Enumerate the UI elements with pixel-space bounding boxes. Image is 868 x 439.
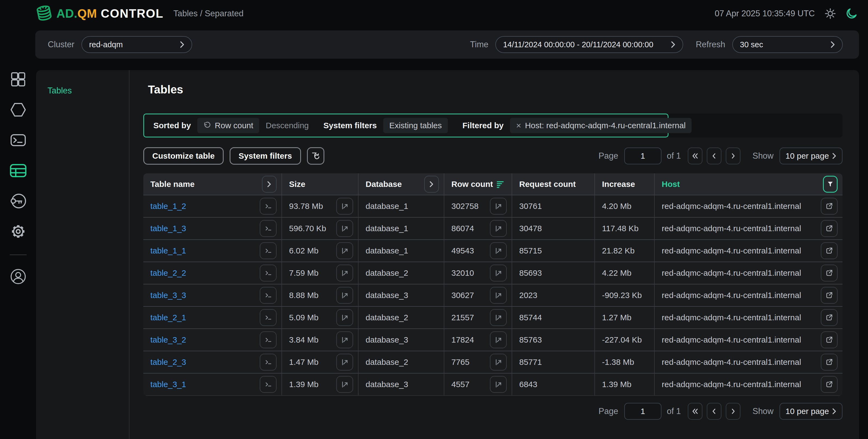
customize-table-button[interactable]: Customize table [143, 147, 224, 165]
size-value: 5.09 Mb [289, 313, 318, 322]
open-query-button[interactable] [260, 242, 277, 259]
terminal-mini-icon [264, 358, 272, 366]
page-input[interactable] [624, 147, 661, 164]
size-graph-button[interactable] [336, 354, 353, 371]
size-graph-button[interactable] [336, 242, 353, 259]
first-page-button[interactable] [688, 147, 703, 164]
sidebar-item-dashboard[interactable] [10, 71, 27, 88]
table-name-link[interactable]: table_2_2 [150, 268, 186, 277]
open-host-button[interactable] [821, 198, 838, 214]
sidebar-item-account[interactable] [10, 268, 27, 285]
open-query-button[interactable] [260, 354, 277, 371]
breadcrumb[interactable]: Tables / Separated [174, 9, 244, 19]
col-table-name: Table name [150, 180, 195, 189]
row-count-value: 7765 [452, 357, 470, 367]
system-filters-button[interactable]: System filters [229, 147, 301, 165]
per-page-select[interactable]: 10 per page [779, 147, 842, 164]
row-count-graph-button[interactable] [490, 309, 507, 326]
open-host-button[interactable] [821, 265, 838, 282]
table-name-link[interactable]: table_1_2 [150, 202, 186, 211]
size-graph-button[interactable] [336, 376, 353, 393]
sidebar-item-queries[interactable] [10, 132, 27, 149]
table-name-link[interactable]: table_2_3 [150, 357, 186, 367]
page-input[interactable] [624, 403, 661, 420]
table-name-link[interactable]: table_3_3 [150, 291, 186, 300]
row-count-graph-button[interactable] [490, 220, 507, 237]
prev-page-button[interactable] [707, 403, 721, 420]
user-avatar-icon [10, 268, 27, 285]
row-count-graph-button[interactable] [490, 331, 507, 348]
size-graph-button[interactable] [336, 287, 353, 304]
open-query-button[interactable] [260, 331, 277, 348]
open-host-button[interactable] [821, 242, 838, 259]
size-graph-button[interactable] [336, 331, 353, 348]
row-count-graph-button[interactable] [490, 242, 507, 259]
size-value: 7.59 Mb [289, 268, 318, 277]
prev-page-button[interactable] [707, 147, 721, 164]
light-theme-button[interactable] [825, 8, 836, 19]
open-host-button[interactable] [821, 376, 838, 393]
open-query-button[interactable] [260, 287, 277, 304]
open-query-button[interactable] [260, 376, 277, 393]
first-page-button[interactable] [688, 403, 703, 420]
system-filter-chip[interactable]: Existing tables [383, 118, 447, 133]
host-filter-chip[interactable]: × Host: red-adqmc-adqm-4.ru-central1.int… [510, 118, 691, 133]
database-expand-button[interactable] [424, 176, 439, 193]
size-graph-button[interactable] [336, 309, 353, 326]
close-icon[interactable]: × [516, 121, 521, 130]
next-page-button[interactable] [726, 403, 740, 420]
dark-theme-button[interactable] [846, 8, 857, 19]
table-name-link[interactable]: table_2_1 [150, 313, 186, 322]
open-host-button[interactable] [821, 331, 838, 348]
sun-icon [825, 8, 836, 19]
row-count-graph-button[interactable] [490, 198, 507, 214]
open-host-button[interactable] [821, 287, 838, 304]
host-filter-button[interactable] [823, 176, 838, 193]
open-host-button[interactable] [821, 354, 838, 371]
sidebar-item-tables[interactable] [10, 162, 27, 179]
host-value: red-adqmc-adqm-4.ru-central1.internal [662, 202, 801, 211]
size-graph-button[interactable] [336, 220, 353, 237]
size-graph-button[interactable] [336, 198, 353, 214]
terminal-mini-icon [264, 247, 272, 255]
request-count-value: 85744 [519, 313, 542, 322]
show-label: Show [752, 406, 774, 416]
table-row: table_1_1 6.02 Mb database_1 49543 85715… [143, 240, 842, 262]
table-name-link[interactable]: table_3_1 [150, 380, 186, 389]
cluster-select[interactable]: red-adqm [82, 36, 192, 53]
table-name-link[interactable]: table_1_3 [150, 224, 186, 233]
open-query-button[interactable] [260, 309, 277, 326]
host-value: red-adqmc-adqm-4.ru-central1.internal [662, 380, 801, 389]
table-name-link[interactable]: table_3_2 [150, 335, 186, 345]
sidebar-item-settings[interactable] [10, 223, 27, 240]
open-host-button[interactable] [821, 220, 838, 237]
table-row: table_3_3 8.88 Mb database_3 30627 2023 … [143, 284, 842, 306]
sidebar-item-nodes[interactable] [10, 101, 27, 118]
per-page-select[interactable]: 10 per page [779, 403, 842, 420]
open-host-button[interactable] [821, 309, 838, 326]
sidebar-item-keys[interactable] [10, 193, 27, 209]
time-range-select[interactable]: 14/11/2024 00:00:00 - 20/11/2024 00:00:0… [495, 36, 683, 53]
reset-filters-button[interactable] [307, 147, 324, 165]
row-count-graph-button[interactable] [490, 354, 507, 371]
open-query-button[interactable] [260, 198, 277, 214]
graph-icon [341, 202, 349, 210]
chevron-right-icon [671, 41, 676, 48]
open-query-button[interactable] [260, 220, 277, 237]
next-page-button[interactable] [726, 147, 740, 164]
table-name-link[interactable]: table_1_1 [150, 246, 186, 255]
size-graph-button[interactable] [336, 265, 353, 282]
row-count-graph-button[interactable] [490, 287, 507, 304]
row-count-graph-button[interactable] [490, 376, 507, 393]
host-value: red-adqmc-adqm-4.ru-central1.internal [662, 335, 801, 345]
sorted-by-chip[interactable]: Row count [197, 118, 259, 133]
table-name-expand-button[interactable] [262, 176, 277, 193]
graph-icon [341, 247, 349, 255]
host-value: red-adqmc-adqm-4.ru-central1.internal [662, 313, 801, 322]
refresh-select[interactable]: 30 sec [732, 36, 843, 53]
col-row-count[interactable]: Row count [452, 180, 493, 189]
subnav-item-tables[interactable]: Tables [48, 86, 129, 96]
open-query-button[interactable] [260, 265, 277, 282]
external-link-icon [825, 269, 833, 277]
row-count-graph-button[interactable] [490, 265, 507, 282]
